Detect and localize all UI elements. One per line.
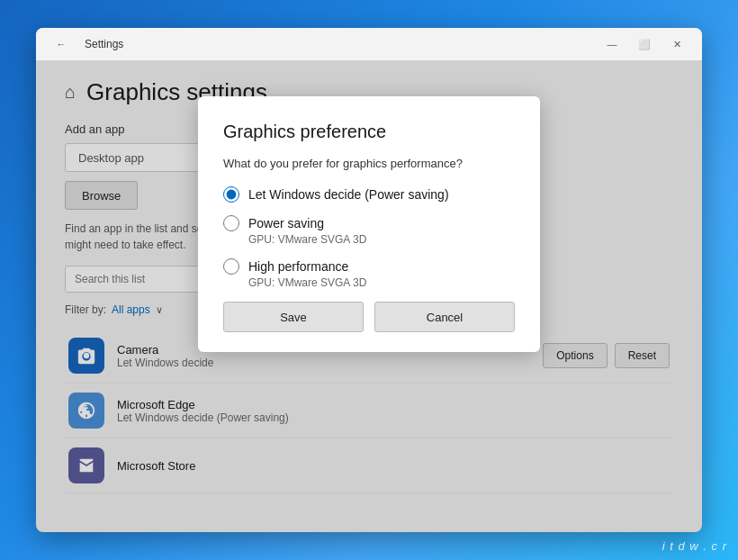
settings-window: ← Settings — ⬜ ✕ ⌂ Graphics settings Add… — [36, 28, 702, 532]
titlebar: ← Settings — ⬜ ✕ — [36, 28, 702, 60]
radio-input-1[interactable] — [223, 186, 239, 203]
radio-input-2[interactable] — [223, 215, 239, 231]
radio-text-2: Power saving — [248, 216, 324, 230]
dialog-title: Graphics preference — [223, 122, 515, 142]
titlebar-controls: — ⬜ ✕ — [598, 32, 691, 57]
radio-label-2[interactable]: Power saving — [223, 215, 515, 231]
radio-label-3[interactable]: High performance — [223, 258, 515, 275]
back-button[interactable]: ← — [47, 32, 76, 57]
close-button[interactable]: ✕ — [662, 32, 691, 57]
dialog-overlay: Graphics preference What do you prefer f… — [36, 60, 702, 532]
dialog-question: What do you prefer for graphics performa… — [223, 157, 515, 170]
radio-sub-2: GPU: VMware SVGA 3D — [248, 233, 515, 246]
maximize-button[interactable]: ⬜ — [630, 32, 659, 57]
radio-option-1: Let Windows decide (Power saving) — [223, 186, 515, 203]
radio-option-3: High performance GPU: VMware SVGA 3D — [223, 258, 515, 289]
graphics-preference-dialog: Graphics preference What do you prefer f… — [198, 96, 540, 352]
radio-sub-3: GPU: VMware SVGA 3D — [248, 276, 515, 289]
watermark: i t d w . c r — [662, 539, 727, 553]
radio-text-1: Let Windows decide (Power saving) — [248, 187, 449, 202]
radio-option-2: Power saving GPU: VMware SVGA 3D — [223, 215, 515, 246]
minimize-button[interactable]: — — [598, 32, 626, 57]
radio-input-3[interactable] — [223, 258, 239, 275]
radio-text-3: High performance — [248, 259, 348, 274]
save-button[interactable]: Save — [223, 302, 364, 332]
titlebar-title: Settings — [85, 38, 123, 50]
cancel-button[interactable]: Cancel — [374, 302, 515, 332]
radio-label-1[interactable]: Let Windows decide (Power saving) — [223, 186, 515, 203]
main-content: ⌂ Graphics settings Add an app Desktop a… — [36, 60, 702, 532]
titlebar-left: ← Settings — [47, 32, 123, 57]
dialog-actions: Save Cancel — [223, 302, 515, 332]
